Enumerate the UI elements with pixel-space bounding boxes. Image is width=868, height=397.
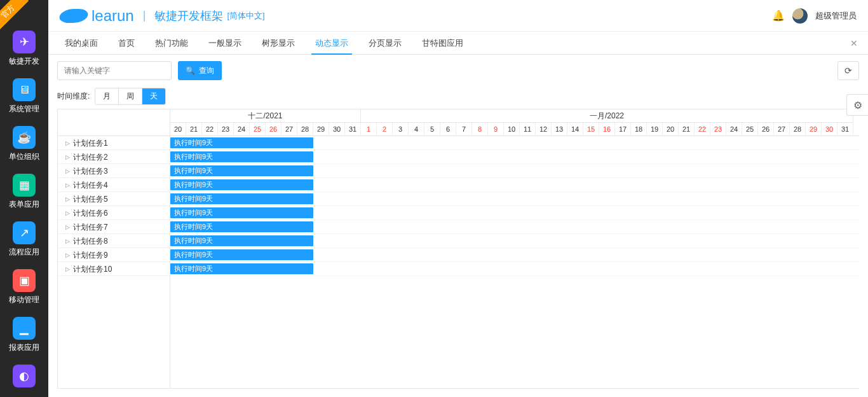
time-dimension-row: 时间维度: 月周天 <box>57 88 859 105</box>
tab-4[interactable]: 树形显示 <box>252 32 305 55</box>
bell-icon[interactable]: 🔔 <box>772 10 785 22</box>
tab-6[interactable]: 分页显示 <box>358 32 412 55</box>
sidebar-item-5[interactable]: ▣ 移动管理 <box>0 264 48 312</box>
gantt-bar[interactable]: 执行时间9天 <box>170 263 313 274</box>
refresh-button[interactable]: ⟳ <box>837 61 859 80</box>
gantt-task-row[interactable]: ▷ 计划任务3 <box>58 164 170 178</box>
gantt-lane: 执行时间9天 <box>170 192 859 206</box>
sidebar-item-label: 系统管理 <box>0 104 48 115</box>
caret-right-icon: ▷ <box>65 192 70 206</box>
sidebar-item-label: 报表应用 <box>0 342 48 353</box>
tab-5[interactable]: 动态显示 <box>305 32 358 55</box>
gantt-task-row[interactable]: ▷ 计划任务5 <box>58 192 170 206</box>
gantt-month-label: 十二/2021 <box>170 109 361 123</box>
search-button[interactable]: 🔍 查询 <box>178 61 222 80</box>
gantt-bar[interactable]: 执行时间9天 <box>170 193 313 204</box>
sidebar-item-3[interactable]: ▦ 表单应用 <box>0 169 48 216</box>
time-dim-option-天[interactable]: 天 <box>142 88 165 104</box>
caret-right-icon: ▷ <box>65 248 70 262</box>
sidebar-icon: ☕ <box>13 126 36 149</box>
gantt-task-row[interactable]: ▷ 计划任务10 <box>58 262 170 276</box>
gantt-bar[interactable]: 执行时间9天 <box>170 249 313 260</box>
search-input[interactable] <box>57 61 172 80</box>
tab-bar: 我的桌面首页热门功能一般显示树形显示动态显示分页显示甘特图应用✕ <box>48 32 868 55</box>
tab-7[interactable]: 甘特图应用 <box>412 32 473 55</box>
sidebar-item-2[interactable]: ☕ 单位组织 <box>0 121 48 169</box>
sidebar-icon: ▁ <box>13 317 36 340</box>
gantt-bar[interactable]: 执行时间9天 <box>170 179 313 190</box>
gantt-day-label: 3 <box>393 123 409 136</box>
gantt-task-row[interactable]: ▷ 计划任务6 <box>58 206 170 220</box>
gantt-task-row[interactable]: ▷ 计划任务4 <box>58 178 170 192</box>
brand-divider: | <box>143 9 146 22</box>
sidebar-item-7[interactable]: ◐ <box>0 359 48 396</box>
gantt-bar[interactable]: 执行时间9天 <box>170 207 313 218</box>
toolbar: 🔍 查询 ⟳ <box>57 61 859 80</box>
avatar[interactable] <box>792 8 808 24</box>
sidebar-item-label: 敏捷开发 <box>0 56 48 67</box>
language-switch[interactable]: [简体中文] <box>227 10 264 22</box>
caret-right-icon: ▷ <box>65 220 70 234</box>
brand-name[interactable]: learun <box>92 7 134 25</box>
time-dimension-segment: 月周天 <box>95 88 166 105</box>
sidebar-icon: ▣ <box>13 269 36 292</box>
sidebar-item-4[interactable]: ↗ 流程应用 <box>0 216 48 264</box>
gantt-day-label: 17 <box>615 123 631 136</box>
tab-1[interactable]: 首页 <box>108 32 145 55</box>
sidebar-item-0[interactable]: ✈ 敏捷开发 <box>0 25 48 73</box>
gantt-bar[interactable]: 执行时间9天 <box>170 151 313 162</box>
gantt-month-label: 一月/2022 <box>361 109 853 123</box>
username[interactable]: 超级管理员 <box>815 10 857 22</box>
caret-right-icon: ▷ <box>65 262 70 276</box>
gantt-day-label: 26 <box>758 123 774 136</box>
sidebar-item-6[interactable]: ▁ 报表应用 <box>0 312 48 359</box>
gantt-lane: 执行时间9天 <box>170 178 859 192</box>
gantt-bar[interactable]: 执行时间9天 <box>170 221 313 232</box>
gantt-day-label: 19 <box>647 123 663 136</box>
caret-right-icon: ▷ <box>65 150 70 164</box>
gantt-timeline[interactable]: 十二/2021一月/2022 2021222324252627282930311… <box>170 109 859 388</box>
gantt-bar[interactable]: 执行时间9天 <box>170 165 313 176</box>
gantt-day-label: 14 <box>567 123 583 136</box>
gantt-lane: 执行时间9天 <box>170 220 859 234</box>
gantt-day-label: 29 <box>313 123 329 136</box>
gantt-lane: 执行时间9天 <box>170 164 859 178</box>
gantt-day-label: 9 <box>488 123 504 136</box>
gantt-lane: 执行时间9天 <box>170 150 859 164</box>
gantt-task-name: 计划任务6 <box>73 206 108 220</box>
gantt-day-label: 11 <box>520 123 536 136</box>
gantt-day-label: 23 <box>710 123 726 136</box>
gantt-task-name: 计划任务5 <box>73 192 108 206</box>
gantt-header: 十二/2021一月/2022 2021222324252627282930311… <box>170 109 859 136</box>
gantt-task-row[interactable]: ▷ 计划任务2 <box>58 150 170 164</box>
gantt-bar[interactable]: 执行时间9天 <box>170 137 313 148</box>
gantt-task-row[interactable]: ▷ 计划任务1 <box>58 136 170 150</box>
time-dim-option-周[interactable]: 周 <box>119 88 142 104</box>
gantt-day-label: 24 <box>234 123 250 136</box>
gantt-chart: ▷ 计划任务1▷ 计划任务2▷ 计划任务3▷ 计划任务4▷ 计划任务5▷ 计划任… <box>57 109 859 389</box>
gantt-day-label: 5 <box>424 123 440 136</box>
sidebar-item-1[interactable]: 🖥 系统管理 <box>0 73 48 121</box>
tab-0[interactable]: 我的桌面 <box>55 32 108 55</box>
caret-right-icon: ▷ <box>65 136 70 150</box>
gantt-lane: 执行时间9天 <box>170 206 859 220</box>
tabs-close-icon[interactable]: ✕ <box>846 38 862 48</box>
gantt-task-list-header <box>58 109 170 136</box>
gantt-task-name: 计划任务3 <box>73 164 108 178</box>
gantt-day-label: 29 <box>806 123 822 136</box>
settings-button[interactable]: ⚙ <box>846 94 868 116</box>
gantt-day-label: 28 <box>297 123 313 136</box>
gantt-task-row[interactable]: ▷ 计划任务8 <box>58 234 170 248</box>
gantt-lane: 执行时间9天 <box>170 248 859 262</box>
gantt-task-row[interactable]: ▷ 计划任务9 <box>58 248 170 262</box>
tab-3[interactable]: 一般显示 <box>198 32 252 55</box>
gantt-day-label: 10 <box>504 123 520 136</box>
gantt-bar[interactable]: 执行时间9天 <box>170 235 313 246</box>
gantt-task-row[interactable]: ▷ 计划任务7 <box>58 220 170 234</box>
gantt-day-label: 1 <box>361 123 377 136</box>
tab-2[interactable]: 热门功能 <box>145 32 198 55</box>
gantt-day-label: 22 <box>202 123 218 136</box>
time-dim-option-月[interactable]: 月 <box>95 88 119 104</box>
gantt-task-name: 计划任务2 <box>73 150 108 164</box>
gantt-day-label: 6 <box>440 123 456 136</box>
